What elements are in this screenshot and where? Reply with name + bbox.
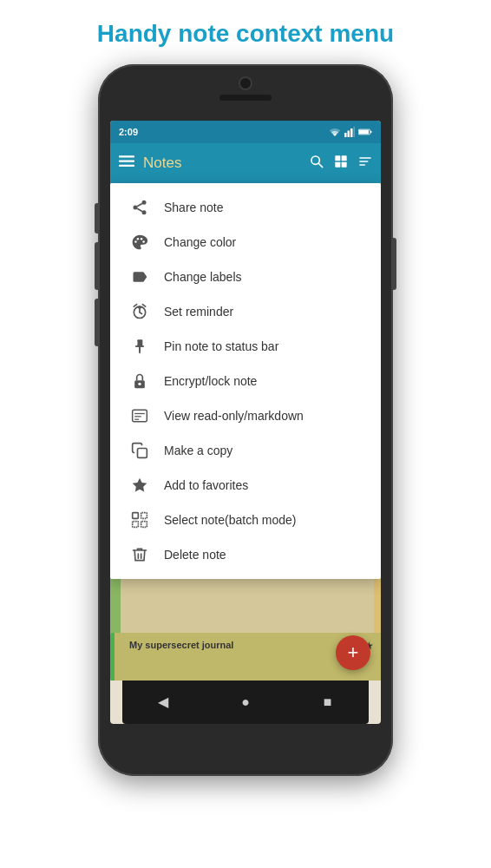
batch-icon — [128, 511, 152, 529]
menu-item-make-copy[interactable]: Make a copy — [110, 433, 381, 468]
app-bar-icons — [310, 155, 372, 172]
grid-view-button[interactable] — [334, 155, 348, 172]
svg-rect-36 — [136, 345, 143, 347]
svg-rect-3 — [354, 127, 356, 137]
svg-rect-49 — [141, 521, 147, 527]
volume-down-button — [95, 242, 98, 290]
svg-rect-0 — [344, 133, 347, 137]
svg-rect-8 — [119, 161, 134, 162]
status-bar: 2:09 — [110, 121, 381, 143]
svg-marker-45 — [133, 477, 147, 491]
app-bar: Notes — [110, 143, 381, 183]
menu-button[interactable] — [119, 155, 134, 170]
svg-line-30 — [140, 312, 142, 313]
menu-item-share[interactable]: Share note — [110, 190, 381, 225]
menu-item-set-reminder[interactable]: Set reminder — [110, 294, 381, 329]
extra-button — [95, 299, 98, 346]
app-title: Notes — [143, 155, 310, 172]
svg-rect-44 — [138, 448, 147, 457]
menu-item-batch[interactable]: Select note(batch mode) — [110, 503, 381, 537]
star-icon — [128, 477, 152, 494]
svg-rect-12 — [335, 155, 340, 161]
power-button — [393, 238, 396, 290]
svg-point-39 — [138, 382, 141, 385]
signal-icon — [344, 127, 355, 137]
menu-label-encrypt: Encrypt/lock note — [164, 374, 257, 388]
phone-nav-bar: ◀ ● ■ — [122, 681, 369, 724]
menu-label-delete: Delete note — [164, 548, 226, 562]
bottom-note-title: My supersecret journal — [129, 640, 370, 650]
svg-line-31 — [134, 304, 136, 306]
svg-rect-48 — [133, 521, 139, 527]
share-icon — [128, 199, 152, 216]
lock-icon — [128, 372, 152, 390]
svg-rect-37 — [138, 339, 142, 345]
battery-icon — [358, 128, 372, 136]
svg-point-25 — [137, 238, 140, 240]
status-icons — [329, 127, 372, 137]
svg-rect-13 — [342, 155, 347, 161]
menu-label-pin-note: Pin note to status bar — [164, 339, 278, 353]
status-time: 2:09 — [119, 127, 138, 137]
phone-screen: 2:09 — [110, 121, 381, 724]
fab-button[interactable]: + — [336, 635, 370, 670]
menu-label-batch: Select note(batch mode) — [164, 513, 297, 527]
menu-item-view-markdown[interactable]: View read-only/markdown — [110, 398, 381, 433]
back-button[interactable]: ◀ — [150, 689, 176, 715]
markdown-icon — [128, 407, 152, 424]
svg-line-11 — [318, 163, 323, 168]
svg-point-27 — [142, 240, 145, 243]
menu-label-view-markdown: View read-only/markdown — [164, 409, 304, 423]
page-title: Handy note context menu — [97, 19, 394, 49]
svg-rect-47 — [141, 512, 147, 518]
svg-rect-2 — [350, 128, 353, 137]
svg-line-32 — [142, 304, 145, 306]
menu-label-change-color: Change color — [164, 235, 236, 249]
menu-label-favorites: Add to favorites — [164, 478, 248, 492]
svg-rect-46 — [133, 512, 139, 518]
svg-point-24 — [134, 240, 137, 243]
svg-point-20 — [134, 205, 138, 209]
svg-line-22 — [137, 208, 142, 211]
recents-button[interactable]: ■ — [315, 689, 341, 715]
svg-rect-14 — [335, 161, 340, 167]
notes-area: ★ Sha — [110, 183, 381, 681]
svg-rect-9 — [119, 165, 134, 167]
menu-label-set-reminder: Set reminder — [164, 305, 233, 319]
phone-top-bar — [219, 76, 272, 101]
camera-icon — [239, 76, 252, 90]
menu-item-favorites[interactable]: Add to favorites — [110, 468, 381, 503]
phone-shell: 2:09 — [98, 64, 393, 776]
menu-item-delete[interactable]: Delete note — [110, 537, 381, 572]
svg-rect-1 — [348, 130, 350, 137]
svg-rect-5 — [359, 129, 369, 134]
label-icon — [128, 268, 152, 286]
delete-icon — [128, 546, 152, 563]
svg-point-21 — [142, 210, 147, 214]
svg-rect-6 — [370, 130, 371, 132]
search-button[interactable] — [310, 155, 324, 172]
menu-item-pin-note[interactable]: Pin note to status bar — [110, 329, 381, 364]
note-left-bar — [110, 633, 115, 681]
svg-point-19 — [142, 200, 147, 204]
context-menu: Share note Ch — [110, 183, 381, 579]
menu-label-share: Share note — [164, 201, 224, 214]
svg-rect-15 — [342, 161, 347, 167]
menu-label-make-copy: Make a copy — [164, 444, 232, 457]
speaker-icon — [219, 95, 272, 101]
svg-line-23 — [137, 203, 142, 206]
volume-up-button — [95, 203, 98, 233]
svg-point-26 — [141, 238, 143, 240]
palette-icon — [128, 233, 152, 251]
home-button[interactable]: ● — [232, 689, 259, 715]
phone-wrapper: 2:09 — [98, 64, 393, 776]
menu-item-change-labels[interactable]: Change labels — [110, 260, 381, 294]
sort-button[interactable] — [358, 155, 372, 172]
wifi-icon — [329, 127, 341, 137]
menu-label-change-labels: Change labels — [164, 270, 242, 284]
menu-item-change-color[interactable]: Change color — [110, 225, 381, 260]
pin-icon — [128, 338, 152, 355]
menu-item-encrypt[interactable]: Encrypt/lock note — [110, 364, 381, 398]
copy-icon — [128, 442, 152, 459]
svg-rect-7 — [119, 155, 134, 157]
